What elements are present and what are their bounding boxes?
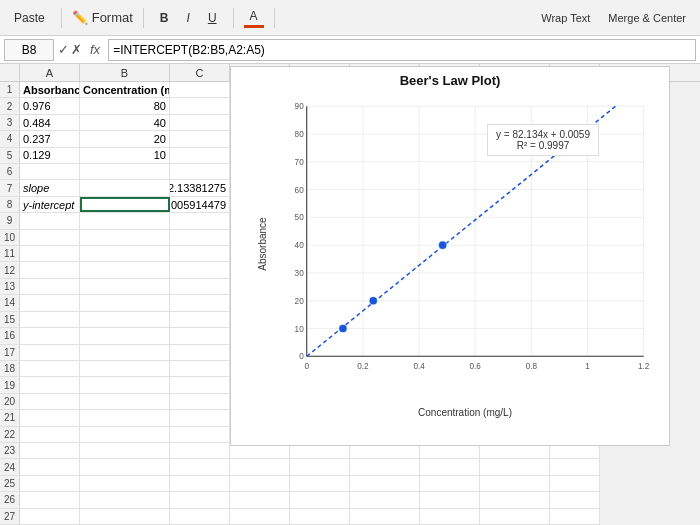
cell-27-i[interactable] bbox=[550, 509, 600, 524]
cell-27-e[interactable] bbox=[290, 509, 350, 524]
paste-button[interactable]: Paste bbox=[8, 9, 51, 27]
cell-6-b[interactable] bbox=[80, 164, 170, 179]
cell-2-a[interactable]: 0.976 bbox=[20, 98, 80, 113]
cell-26-h[interactable] bbox=[480, 492, 550, 507]
cell-11-a[interactable] bbox=[20, 246, 80, 261]
cell-20-c[interactable] bbox=[170, 394, 230, 409]
cell-10-a[interactable] bbox=[20, 230, 80, 245]
cell-26-d[interactable] bbox=[230, 492, 290, 507]
cell-26-g[interactable] bbox=[420, 492, 480, 507]
cell-24-b[interactable] bbox=[80, 459, 170, 474]
cell-25-i[interactable] bbox=[550, 476, 600, 491]
formula-input[interactable] bbox=[108, 39, 696, 61]
cell-24-i[interactable] bbox=[550, 459, 600, 474]
cell-23-b[interactable] bbox=[80, 443, 170, 458]
cell-24-c[interactable] bbox=[170, 459, 230, 474]
cell-16-b[interactable] bbox=[80, 328, 170, 343]
cell-7-a[interactable]: slope bbox=[20, 180, 80, 195]
cell-9-c[interactable] bbox=[170, 213, 230, 228]
cell-8-b[interactable] bbox=[80, 197, 170, 212]
cell-10-c[interactable] bbox=[170, 230, 230, 245]
cell-14-b[interactable] bbox=[80, 295, 170, 310]
cell-19-c[interactable] bbox=[170, 377, 230, 392]
font-color-button[interactable]: A bbox=[244, 7, 264, 28]
cell-5-c[interactable] bbox=[170, 148, 230, 163]
cell-3-a[interactable]: 0.484 bbox=[20, 115, 80, 130]
cell-25-c[interactable] bbox=[170, 476, 230, 491]
cell-25-h[interactable] bbox=[480, 476, 550, 491]
cell-27-b[interactable] bbox=[80, 509, 170, 524]
cell-13-c[interactable] bbox=[170, 279, 230, 294]
cell-11-c[interactable] bbox=[170, 246, 230, 261]
cell-2-c[interactable] bbox=[170, 98, 230, 113]
cell-15-a[interactable] bbox=[20, 312, 80, 327]
cell-18-c[interactable] bbox=[170, 361, 230, 376]
cell-10-b[interactable] bbox=[80, 230, 170, 245]
cell-18-b[interactable] bbox=[80, 361, 170, 376]
cell-7-c[interactable]: 82.13381275 bbox=[170, 180, 230, 195]
cell-18-a[interactable] bbox=[20, 361, 80, 376]
underline-button[interactable]: U bbox=[202, 9, 223, 27]
cell-25-f[interactable] bbox=[350, 476, 420, 491]
cell-9-b[interactable] bbox=[80, 213, 170, 228]
cell-25-b[interactable] bbox=[80, 476, 170, 491]
wrap-text-button[interactable]: Wrap Text bbox=[535, 10, 596, 26]
cell-22-b[interactable] bbox=[80, 427, 170, 442]
cell-1-b[interactable]: Concentration (mg/L) bbox=[80, 82, 170, 97]
cell-21-b[interactable] bbox=[80, 410, 170, 425]
cell-4-a[interactable]: 0.237 bbox=[20, 131, 80, 146]
cell-24-a[interactable] bbox=[20, 459, 80, 474]
cell-1-c[interactable] bbox=[170, 82, 230, 97]
cell-13-b[interactable] bbox=[80, 279, 170, 294]
cell-12-b[interactable] bbox=[80, 262, 170, 277]
cell-24-d[interactable] bbox=[230, 459, 290, 474]
cell-27-h[interactable] bbox=[480, 509, 550, 524]
cell-26-e[interactable] bbox=[290, 492, 350, 507]
cell-13-a[interactable] bbox=[20, 279, 80, 294]
cell-25-g[interactable] bbox=[420, 476, 480, 491]
italic-button[interactable]: I bbox=[181, 9, 196, 27]
cell-14-a[interactable] bbox=[20, 295, 80, 310]
cell-7-b[interactable] bbox=[80, 180, 170, 195]
cell-16-c[interactable] bbox=[170, 328, 230, 343]
cell-17-b[interactable] bbox=[80, 345, 170, 360]
cell-21-a[interactable] bbox=[20, 410, 80, 425]
bold-button[interactable]: B bbox=[154, 9, 175, 27]
cell-26-b[interactable] bbox=[80, 492, 170, 507]
cell-9-a[interactable] bbox=[20, 213, 80, 228]
cell-12-a[interactable] bbox=[20, 262, 80, 277]
cell-17-a[interactable] bbox=[20, 345, 80, 360]
cell-4-b[interactable]: 20 bbox=[80, 131, 170, 146]
cell-11-b[interactable] bbox=[80, 246, 170, 261]
cell-27-g[interactable] bbox=[420, 509, 480, 524]
cell-6-a[interactable] bbox=[20, 164, 80, 179]
cell-19-b[interactable] bbox=[80, 377, 170, 392]
cell-25-e[interactable] bbox=[290, 476, 350, 491]
cell-15-c[interactable] bbox=[170, 312, 230, 327]
cell-24-e[interactable] bbox=[290, 459, 350, 474]
cell-22-a[interactable] bbox=[20, 427, 80, 442]
cell-3-c[interactable] bbox=[170, 115, 230, 130]
cell-23-c[interactable] bbox=[170, 443, 230, 458]
cell-26-a[interactable] bbox=[20, 492, 80, 507]
cell-reference-box[interactable] bbox=[4, 39, 54, 61]
cell-24-f[interactable] bbox=[350, 459, 420, 474]
cell-26-i[interactable] bbox=[550, 492, 600, 507]
cell-22-c[interactable] bbox=[170, 427, 230, 442]
cell-4-c[interactable] bbox=[170, 131, 230, 146]
cell-26-f[interactable] bbox=[350, 492, 420, 507]
merge-center-button[interactable]: Merge & Center bbox=[602, 10, 692, 26]
cell-20-a[interactable] bbox=[20, 394, 80, 409]
cell-26-c[interactable] bbox=[170, 492, 230, 507]
cell-27-d[interactable] bbox=[230, 509, 290, 524]
cell-21-c[interactable] bbox=[170, 410, 230, 425]
cell-12-c[interactable] bbox=[170, 262, 230, 277]
cell-2-b[interactable]: 80 bbox=[80, 98, 170, 113]
cell-27-a[interactable] bbox=[20, 509, 80, 524]
cell-25-d[interactable] bbox=[230, 476, 290, 491]
cell-1-a[interactable]: Absorbance bbox=[20, 82, 80, 97]
cell-6-c[interactable] bbox=[170, 164, 230, 179]
cell-15-b[interactable] bbox=[80, 312, 170, 327]
cell-5-b[interactable]: 10 bbox=[80, 148, 170, 163]
cell-3-b[interactable]: 40 bbox=[80, 115, 170, 130]
